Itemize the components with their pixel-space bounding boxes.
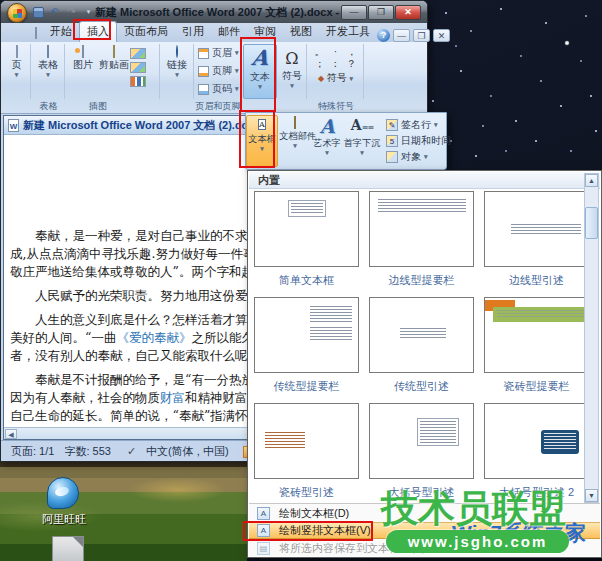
scrollbar-thumb[interactable] bbox=[585, 207, 598, 239]
scroll-down-icon[interactable]: ▼ bbox=[585, 489, 598, 502]
draw-textbox-icon: A bbox=[257, 507, 270, 520]
dropdown-icon: ▾ bbox=[235, 86, 239, 92]
minimize-button[interactable]: — bbox=[341, 5, 367, 20]
save-icon[interactable] bbox=[33, 7, 44, 18]
office-button[interactable] bbox=[7, 3, 27, 23]
desktop: 阿里旺旺 ↶ ↷ ▾ 新建 Microsoft Office Word 2007… bbox=[0, 0, 602, 561]
hyperlink-text[interactable]: 《爱的奉献》 bbox=[116, 330, 191, 345]
dropdown-icon: ▾ bbox=[312, 150, 342, 156]
special-symbol-grid: 。 · ， ； ： ？ bbox=[308, 46, 363, 69]
gallery-item-label: 边线型引述 bbox=[480, 273, 593, 288]
watermark-big-text: 技术员联盟 bbox=[381, 484, 566, 534]
qat-dropdown-icon[interactable]: ▾ bbox=[82, 6, 95, 18]
gallery-item-sideline-quote[interactable] bbox=[484, 191, 589, 267]
picture-button[interactable]: 图片 bbox=[68, 46, 98, 72]
gallery-item-traditional-quote[interactable] bbox=[369, 297, 474, 373]
dropdown-icon: ▾ bbox=[434, 122, 438, 128]
watermark-url-pill: www.jsgho.com bbox=[386, 530, 569, 553]
clipart-icon bbox=[113, 45, 115, 58]
aliwangwang-desktop-icon[interactable] bbox=[47, 477, 79, 509]
group-label-tables: 表格 bbox=[32, 100, 65, 113]
more-symbols-button[interactable]: ◆ 符号 ▾ bbox=[308, 71, 363, 85]
spellcheck-icon[interactable]: ✓ bbox=[127, 445, 136, 458]
symbol-item[interactable]: ， bbox=[345, 46, 359, 57]
symbol-item[interactable]: ； bbox=[313, 58, 327, 69]
drop-cap-button[interactable]: A≡≡ 首字下沉 ▾ bbox=[342, 115, 382, 167]
gallery-header: 内置 bbox=[249, 172, 600, 189]
wordart-button[interactable]: A 艺术字 ▾ bbox=[312, 115, 342, 167]
wordart-icon: A bbox=[312, 117, 342, 135]
chart-icon[interactable] bbox=[130, 76, 146, 87]
group-label-illustrations: 插图 bbox=[66, 100, 130, 113]
smartart-icon[interactable] bbox=[130, 62, 146, 73]
dropdown-icon: ▾ bbox=[278, 143, 312, 149]
dropdown-icon: ▾ bbox=[424, 154, 428, 160]
aliwangwang-icon-label: 阿里旺旺 bbox=[24, 512, 104, 527]
tab-references[interactable]: 引用 bbox=[175, 22, 211, 42]
ribbon-group-symbols: Ω 符号 ▾ bbox=[278, 44, 307, 99]
close-button[interactable]: ✕ bbox=[395, 5, 421, 20]
redo-icon[interactable]: ↷ bbox=[65, 6, 78, 18]
header-button[interactable]: 页眉 ▾ bbox=[195, 44, 241, 62]
date-time-icon: 5 bbox=[386, 135, 398, 147]
quick-parts-button[interactable]: 文档部件 ▾ bbox=[278, 115, 312, 167]
clipart-button[interactable]: 剪贴画 bbox=[98, 46, 130, 72]
gallery-item-traditional-sidebar[interactable] bbox=[254, 297, 359, 373]
status-word-count[interactable]: 字数: 553 bbox=[64, 444, 110, 459]
tab-page-layout[interactable]: 页面布局 bbox=[117, 22, 175, 42]
maximize-button[interactable]: ❐ bbox=[368, 5, 394, 20]
gallery-item-sideline-sidebar[interactable] bbox=[369, 191, 474, 267]
dropdown-icon: ▾ bbox=[278, 83, 306, 89]
annotation-box-text-button bbox=[240, 37, 276, 112]
shapes-icon[interactable] bbox=[130, 48, 146, 59]
object-button[interactable]: 对象 ▾ bbox=[386, 150, 451, 164]
tab-view[interactable]: 视图 bbox=[283, 22, 319, 42]
ribbon-group-header-footer: 页眉 ▾ 页脚 ▾ 页码 ▾ bbox=[195, 44, 242, 99]
date-time-button[interactable]: 5 日期和时间 bbox=[386, 134, 451, 148]
scroll-left-icon[interactable]: ◀ bbox=[5, 429, 17, 439]
tab-developer[interactable]: 开发工具 bbox=[319, 22, 377, 42]
symbol-item[interactable]: · bbox=[329, 46, 343, 57]
undo-icon[interactable]: ↶ bbox=[48, 6, 61, 18]
page-icon bbox=[16, 45, 18, 58]
signature-icon: ✎ bbox=[386, 119, 398, 131]
signature-line-button[interactable]: ✎ 签名行 ▾ bbox=[386, 118, 451, 132]
gallery-scrollbar[interactable]: ▲ ▼ bbox=[584, 173, 599, 503]
dropdown-icon: ▾ bbox=[342, 150, 382, 156]
doc-minimize-button[interactable]: — bbox=[393, 29, 410, 42]
help-icon[interactable]: ? bbox=[377, 29, 390, 42]
page-number-button[interactable]: 页码 ▾ bbox=[195, 80, 241, 98]
illustration-mini-buttons bbox=[130, 48, 146, 87]
doc-close-button[interactable]: ✕ bbox=[433, 29, 450, 42]
gallery-item-brace-quote-2[interactable] bbox=[484, 403, 589, 479]
symbol-button[interactable]: Ω 符号 ▾ bbox=[278, 46, 306, 89]
symbol-item[interactable]: ： bbox=[329, 58, 343, 69]
status-language[interactable]: 中文(简体 , 中国) bbox=[146, 444, 229, 459]
ribbon-tab-row: 开始 插入 页面布局 引用 邮件 审阅 视图 开发工具 ? — ❐ ✕ bbox=[1, 23, 427, 42]
ribbon-group-labels: 表格 插图 页眉和页脚 特殊符号 bbox=[1, 100, 427, 112]
symbol-item[interactable]: ？ bbox=[345, 58, 359, 69]
table-button[interactable]: 表格 ▾ bbox=[32, 46, 64, 78]
symbol-item[interactable]: 。 bbox=[313, 46, 327, 57]
gallery-item-tile-quote[interactable] bbox=[254, 403, 359, 479]
annotation-box-textbox-button bbox=[239, 110, 275, 168]
page-button[interactable]: 页 ▾ bbox=[3, 46, 30, 78]
footer-button[interactable]: 页脚 ▾ bbox=[195, 62, 241, 80]
gallery-item-label: 边线型提要栏 bbox=[365, 273, 478, 288]
ribbon-group-illustrations: 图片 剪贴画 bbox=[66, 44, 160, 99]
status-page-count[interactable]: 页面: 1/1 bbox=[11, 444, 54, 459]
diamond-icon: ◆ bbox=[318, 74, 324, 83]
object-icon bbox=[386, 151, 398, 163]
link-button[interactable]: 链接 ▾ bbox=[161, 46, 193, 78]
flyout-right-column: ✎ 签名行 ▾ 5 日期和时间 对象 ▾ bbox=[382, 115, 451, 167]
hyperlink-icon bbox=[176, 45, 178, 58]
gallery-item-tile-sidebar[interactable] bbox=[484, 297, 589, 373]
hyperlink-text[interactable]: 财富 bbox=[160, 390, 185, 405]
gallery-item-brace-quote[interactable] bbox=[369, 403, 474, 479]
word-document-desktop-icon[interactable] bbox=[52, 536, 84, 561]
scroll-up-icon[interactable]: ▲ bbox=[585, 174, 598, 187]
window-title: 新建 Microsoft Office Word 2007 文档 (2).doc… bbox=[95, 5, 340, 20]
title-bar: ↶ ↷ ▾ 新建 Microsoft Office Word 2007 文档 (… bbox=[1, 1, 427, 23]
doc-restore-button[interactable]: ❐ bbox=[413, 29, 430, 42]
gallery-item-simple-textbox[interactable] bbox=[254, 191, 359, 267]
